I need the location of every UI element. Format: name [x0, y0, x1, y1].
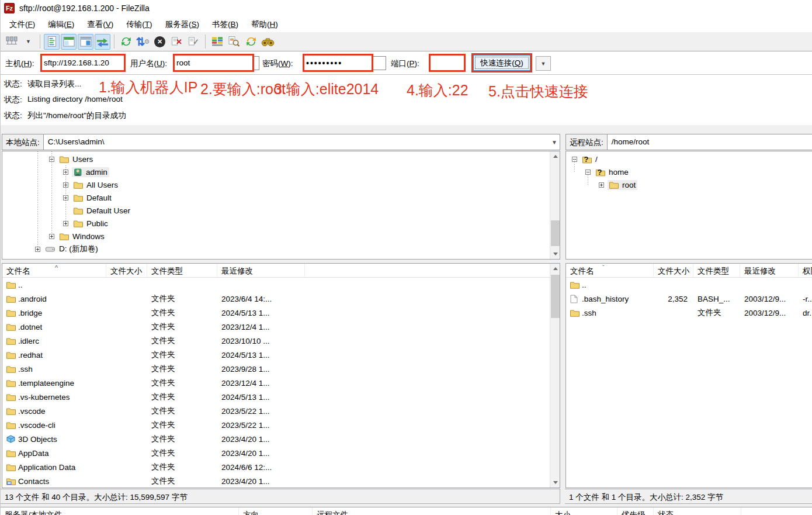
file-row--templateengine[interactable]: .templateengine文件夹2023/12/4 1... — [2, 376, 560, 390]
file-row-3d-objects[interactable]: 3D Objects文件夹2023/4/20 1... — [2, 432, 560, 446]
column-header[interactable]: 文件大小 — [106, 264, 147, 277]
file-row-appdata[interactable]: AppData文件夹2023/4/20 1... — [2, 446, 560, 460]
process-queue-button[interactable]: ⇅⚙ — [135, 34, 151, 50]
queue-column-header[interactable]: 优先级 — [617, 507, 654, 515]
password-input-overflow[interactable] — [373, 56, 386, 70]
tree-guide-line — [37, 151, 38, 250]
menu-item[interactable]: 服务器(S) — [159, 17, 206, 32]
column-header[interactable]: 文件类型 — [693, 264, 740, 277]
cancel-operation-button[interactable]: ✕ — [152, 34, 168, 50]
menu-item[interactable]: 书签(B) — [206, 17, 245, 32]
toggle-remote-tree-button[interactable] — [78, 34, 93, 50]
file-row-application-data[interactable]: Application Data文件夹2024/6/6 12:... — [2, 460, 560, 474]
menu-item[interactable]: 查看(V) — [81, 17, 120, 32]
menu-item[interactable]: 文件(F) — [3, 17, 41, 32]
tree-item-content[interactable]: Default User — [72, 206, 132, 216]
tree-item-users[interactable]: Users — [2, 153, 560, 165]
file-row--bash-history[interactable]: .bash_history2,352BASH_...2003/12/9...-r… — [566, 292, 812, 306]
annotation-text: 1.输入机器人IP — [99, 78, 197, 97]
scrollbar-thumb[interactable] — [551, 220, 560, 246]
menu-item[interactable]: 编辑(E) — [41, 17, 81, 32]
scroll-up-icon[interactable] — [550, 264, 560, 274]
tree-item--[interactable]: ?/ — [566, 153, 812, 165]
local-site-path[interactable]: C:\Users\admin\ — [44, 134, 549, 150]
file-row--ssh[interactable]: .ssh文件夹2023/9/28 1... — [2, 362, 560, 376]
tree-item-admin[interactable]: admin — [2, 165, 560, 178]
file-row--android[interactable]: .android文件夹2023/6/4 14:... — [2, 292, 560, 306]
file-row--bridge[interactable]: .bridge文件夹2024/5/13 1... — [2, 306, 560, 320]
file-row--redhat[interactable]: .redhat文件夹2024/5/13 1... — [2, 348, 560, 362]
tree-item-public[interactable]: Public — [2, 217, 560, 230]
tree-item-content[interactable]: Users — [58, 154, 95, 164]
tree-item-content[interactable]: admin — [72, 167, 109, 177]
disconnect-button[interactable]: ✕ — [169, 34, 185, 50]
local-list-scrollbar[interactable] — [550, 264, 560, 488]
file-row--[interactable]: .. — [2, 278, 560, 292]
column-header[interactable]: 文件名 — [2, 264, 106, 277]
file-row--idlerc[interactable]: .idlerc文件夹2023/10/10 ... — [2, 334, 560, 348]
quickconnect-button[interactable]: 快速连接(Q) — [473, 55, 530, 71]
column-header[interactable]: 最近修改 — [217, 264, 305, 277]
queue-column-header[interactable]: 远程文件 — [313, 507, 551, 515]
file-row--ssh[interactable]: .ssh文件夹2003/12/9...dr... — [566, 306, 812, 320]
tree-item-content[interactable]: ?home — [594, 167, 630, 177]
tree-item-content[interactable]: All Users — [72, 180, 120, 190]
tree-item-d-[interactable]: D: (新加卷) — [2, 243, 560, 255]
tree-item-home[interactable]: ?home — [566, 165, 812, 178]
tree-item-content[interactable]: Public — [72, 219, 110, 229]
file-row--vs-kubernetes[interactable]: .vs-kubernetes文件夹2024/5/13 1... — [2, 390, 560, 404]
tree-item-default-user[interactable]: Default User — [2, 204, 560, 217]
toggle-message-log-button[interactable] — [44, 34, 60, 50]
synchronized-browsing-button[interactable] — [243, 34, 259, 50]
file-row--[interactable]: .. — [566, 278, 812, 292]
scroll-down-icon[interactable] — [550, 249, 560, 259]
local-tree-scrollbar[interactable] — [550, 151, 560, 259]
toggle-transfer-queue-button[interactable] — [95, 34, 110, 50]
tree-item-content[interactable]: Default — [72, 193, 113, 203]
tree-item-content[interactable]: D: (新加卷) — [44, 243, 100, 255]
toggle-local-tree-button[interactable] — [61, 34, 77, 50]
reconnect-button[interactable]: ✓ — [186, 34, 202, 50]
tree-item-content[interactable]: root — [608, 180, 637, 190]
file-row-contacts[interactable]: Contacts文件夹2023/4/20 1... — [2, 474, 560, 488]
file-search-button[interactable] — [260, 34, 276, 50]
column-header[interactable]: 最近修改 — [740, 264, 799, 277]
scroll-up-icon[interactable] — [550, 151, 560, 161]
username-input-overflow[interactable] — [254, 56, 259, 70]
file-row--vscode-cli[interactable]: .vscode-cli文件夹2023/5/22 1... — [2, 418, 560, 432]
file-row--vscode[interactable]: .vscode文件夹2023/5/22 1... — [2, 404, 560, 418]
scrollbar-thumb[interactable] — [551, 275, 560, 318]
queue-column-header[interactable]: 方向 — [239, 507, 313, 515]
menu-item[interactable]: 帮助(H) — [245, 17, 284, 32]
host-input[interactable]: sftp://192.168.1.20 — [40, 54, 126, 72]
column-header[interactable]: 文件名 — [566, 264, 654, 277]
toolbar-separator — [40, 34, 40, 49]
refresh-button[interactable] — [118, 34, 134, 50]
tree-item-default[interactable]: Default — [2, 191, 560, 204]
filter-button[interactable] — [226, 34, 242, 50]
column-header[interactable]: 文件大小 — [654, 264, 693, 277]
tree-item-windows[interactable]: Windows — [2, 230, 560, 243]
remote-site-path[interactable]: /home/root — [608, 134, 812, 150]
directory-comparison-button[interactable] — [209, 34, 225, 50]
tree-item-all-users[interactable]: All Users — [2, 178, 560, 191]
queue-column-header[interactable]: 状态 — [654, 507, 741, 515]
username-input[interactable]: root — [173, 54, 254, 72]
tree-item-content[interactable]: Windows — [58, 231, 106, 241]
queue-column-header[interactable]: 服务器/本地文件 — [1, 507, 239, 515]
quickconnect-dropdown-button[interactable]: ▼ — [536, 56, 551, 71]
chevron-down-icon[interactable]: ▼ — [549, 134, 560, 150]
column-header[interactable]: 权限 — [799, 264, 812, 277]
queue-column-header[interactable]: 大小 — [551, 507, 617, 515]
password-input[interactable]: ••••••••• — [303, 54, 373, 72]
menu-item[interactable]: 传输(T) — [120, 17, 158, 32]
tree-item-content[interactable]: ?/ — [581, 154, 599, 164]
port-input[interactable] — [429, 54, 466, 72]
site-manager-dropdown-button[interactable]: ▼ — [20, 34, 36, 50]
scroll-down-icon[interactable] — [550, 478, 560, 488]
site-manager-button[interactable] — [4, 34, 19, 50]
column-header[interactable]: 文件类型 — [147, 264, 217, 277]
expand-icon[interactable] — [599, 182, 604, 188]
tree-item-root[interactable]: root — [566, 178, 812, 191]
file-row--dotnet[interactable]: .dotnet文件夹2023/12/4 1... — [2, 320, 560, 334]
